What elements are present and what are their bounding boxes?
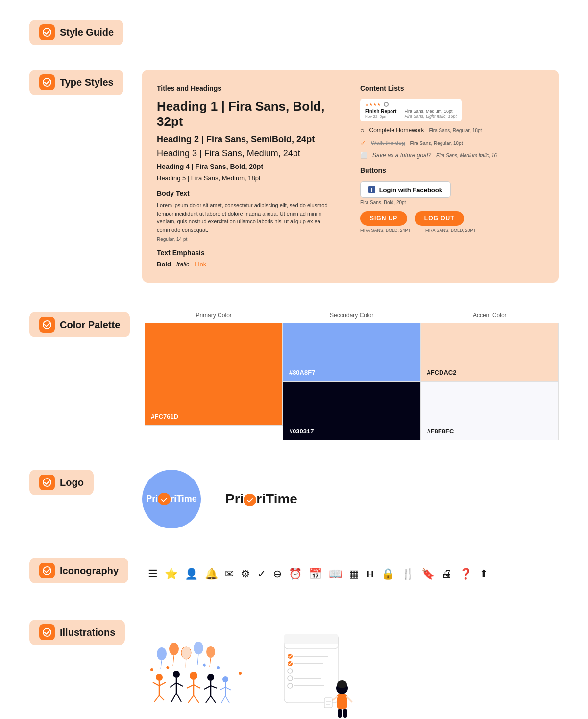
secondary-blue-value: #80A8F7 bbox=[289, 369, 315, 376]
illustrations-label-area: Illustrations bbox=[29, 620, 127, 645]
accent-color-label: Accent Color bbox=[420, 312, 559, 323]
star-icon: ⭐ bbox=[165, 568, 178, 580]
check-circle-icon: ✓ bbox=[257, 568, 266, 580]
accent-gray-value: #F8F8FC bbox=[427, 428, 454, 435]
color-palette-label-area: Color Palette bbox=[29, 312, 130, 337]
task-card-date: Nov 22, 5pm bbox=[365, 114, 396, 119]
svg-point-34 bbox=[207, 674, 214, 681]
task-card-info: Finish Report Nov 22, 5pm bbox=[365, 109, 396, 119]
celebration-illustration bbox=[142, 639, 250, 718]
mail-icon: ✉ bbox=[225, 568, 234, 580]
svg-line-13 bbox=[197, 654, 198, 665]
svg-rect-50 bbox=[202, 663, 206, 667]
task-stars: ★★★★ bbox=[365, 102, 381, 107]
signup-button[interactable]: SIGN UP bbox=[360, 211, 407, 226]
facebook-icon: f bbox=[368, 186, 375, 193]
bold-example: Bold bbox=[157, 261, 171, 268]
svg-line-70 bbox=[347, 697, 352, 702]
illustrations-label: Illustrations bbox=[60, 627, 115, 638]
secondary-color-col: #80A8F7 #030317 bbox=[283, 323, 421, 440]
fork-knife-icon: 🍴 bbox=[401, 568, 415, 580]
body-text-meta: Regular, 14 pt bbox=[157, 237, 341, 242]
printer-icon: 🖨 bbox=[441, 568, 452, 580]
facebook-login-button[interactable]: f Login with Facebook bbox=[360, 181, 451, 198]
accent-light-value: #FCDAC2 bbox=[427, 369, 456, 376]
list-item-3-meta: Fira Sans, Medium Italic, 16 bbox=[436, 153, 497, 158]
logo-section: Logo Pri riTime Pri riTime bbox=[29, 470, 559, 528]
svg-point-14 bbox=[206, 646, 215, 658]
upload-icon: ⬆ bbox=[479, 568, 488, 580]
toggle-icon: ⬜ bbox=[360, 152, 368, 159]
svg-point-48 bbox=[239, 672, 242, 675]
task-card: ★★★★ Finish Report Nov 22, 5pm Fira Sans… bbox=[360, 99, 462, 121]
secondary-dark-swatch: #030317 bbox=[283, 382, 421, 440]
logo-label-area: Logo bbox=[29, 470, 127, 495]
svg-line-33 bbox=[194, 695, 199, 703]
body-text-example: Lorem ipsum dolor sit amet, consectetur … bbox=[157, 201, 341, 234]
color-palette-section: Color Palette Primary Color Secondary Co… bbox=[29, 312, 559, 440]
svg-line-24 bbox=[170, 683, 176, 687]
svg-line-43 bbox=[225, 687, 231, 690]
logout-button[interactable]: LOG OUT bbox=[415, 211, 465, 226]
list-item-2: ✓ Walk the dog Fira Sans, Regular, 18pt bbox=[360, 139, 544, 147]
svg-point-6 bbox=[157, 647, 167, 660]
action-buttons-meta: FIRA SANS, BOLD, 24PT FIRA SANS, BOLD, 2… bbox=[360, 228, 544, 233]
task-font2: Fira Sans, Light Italic, 16pt bbox=[404, 114, 457, 119]
list-icon: ☰ bbox=[148, 568, 158, 580]
svg-point-8 bbox=[169, 643, 179, 655]
svg-line-38 bbox=[206, 696, 211, 703]
link-example[interactable]: Link bbox=[195, 261, 206, 268]
svg-rect-71 bbox=[324, 698, 332, 708]
signup-meta: FIRA SANS, BOLD, 24PT bbox=[360, 228, 411, 233]
illustrations-section: Illustrations bbox=[29, 620, 559, 719]
svg-line-7 bbox=[161, 660, 162, 669]
action-buttons: SIGN UP LOG OUT bbox=[360, 211, 544, 226]
svg-line-30 bbox=[187, 685, 194, 688]
svg-line-44 bbox=[221, 696, 225, 703]
svg-line-20 bbox=[154, 695, 159, 702]
color-palette-label: Color Palette bbox=[60, 319, 120, 331]
logo-circle-text: Pri riTime bbox=[146, 493, 197, 505]
iconography-badge-icon bbox=[39, 563, 55, 578]
palette-labels-row: Primary Color Secondary Color Accent Col… bbox=[145, 312, 559, 323]
help-icon: ❓ bbox=[459, 568, 472, 580]
primary-color-label: Primary Color bbox=[145, 312, 283, 323]
logo-circle: Pri riTime bbox=[142, 470, 201, 528]
lock-icon: 🔒 bbox=[381, 568, 394, 580]
minus-circle-icon: ⊖ bbox=[273, 568, 282, 580]
logo-inline-check bbox=[244, 494, 256, 506]
color-palette-badge-icon bbox=[39, 317, 55, 333]
primary-swatch: #FC761D bbox=[145, 323, 283, 426]
alarm-icon: ⏰ bbox=[289, 568, 302, 580]
list-item-2-meta: Fira Sans, Regular, 18pt bbox=[410, 141, 463, 146]
illustrations-badge-icon bbox=[39, 624, 55, 640]
list-item-1: ○ Complete Homework Fira Sans, Regular, … bbox=[360, 126, 544, 134]
task-font1: Fira Sans, Medium, 16pt bbox=[404, 109, 457, 114]
type-left-col: Titles and Headings Heading 1 | Fira San… bbox=[157, 84, 341, 268]
task-card-header: ★★★★ bbox=[365, 102, 457, 107]
svg-line-31 bbox=[194, 685, 200, 688]
buttons-section-title: Buttons bbox=[360, 167, 544, 174]
svg-line-36 bbox=[204, 686, 211, 689]
header-title: Style Guide bbox=[60, 27, 114, 38]
list-item-1-meta: Fira Sans, Regular, 18pt bbox=[429, 128, 482, 133]
svg-line-25 bbox=[176, 683, 183, 686]
bell-icon: 🔔 bbox=[205, 568, 218, 580]
book-icon: 📖 bbox=[329, 568, 342, 580]
accent-gray-swatch: #F8F8FC bbox=[420, 382, 559, 440]
task-circle bbox=[384, 102, 389, 107]
titles-heading: Titles and Headings bbox=[157, 84, 341, 92]
secondary-dark-value: #030317 bbox=[289, 428, 314, 435]
svg-line-18 bbox=[153, 682, 159, 686]
iconography-label: Iconography bbox=[60, 565, 119, 576]
logo-label: Logo bbox=[60, 477, 84, 488]
grid-icon: ▦ bbox=[349, 568, 359, 580]
type-styles-badge-icon bbox=[39, 74, 55, 90]
list-item-2-text: Walk the dog bbox=[371, 140, 405, 146]
primary-color-value: #FC761D bbox=[151, 413, 178, 420]
svg-rect-49 bbox=[166, 666, 170, 669]
iconography-badge: Iconography bbox=[29, 558, 128, 583]
logo-inline: Pri riTime bbox=[225, 491, 297, 507]
checklist-illustration bbox=[270, 629, 358, 718]
logo-text-2: riTime bbox=[256, 491, 297, 506]
